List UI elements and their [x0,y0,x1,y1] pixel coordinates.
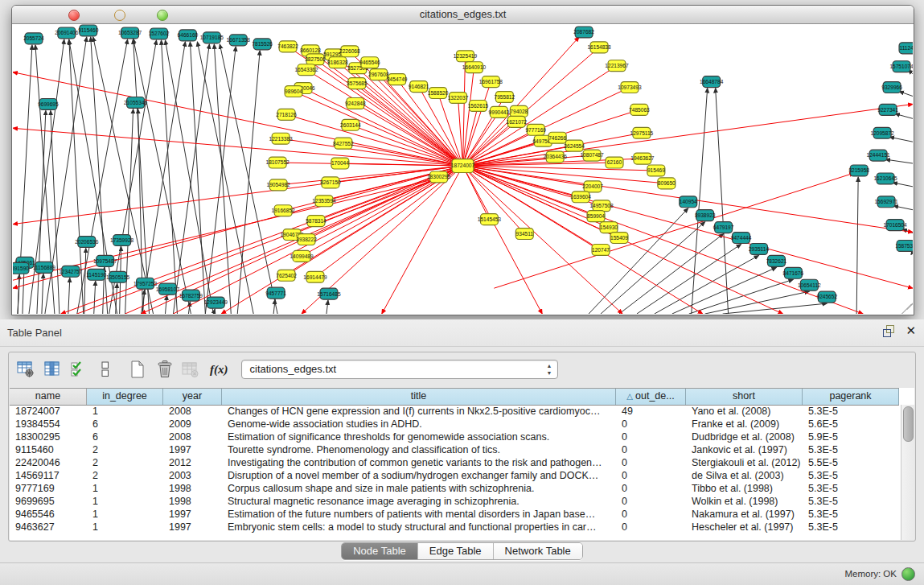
graph-node-label: 17016504 [883,222,907,228]
citation-edge [716,89,729,314]
graph-node-label: 19166852 [271,208,295,213]
cell-in_degree: 1 [87,482,163,495]
graph-node-label: 16671358 [227,37,251,43]
tab-network-table[interactable]: Network Table [494,543,582,559]
graph-node-label: 16543362 [294,67,318,72]
citation-edge [237,51,260,314]
graph-node-label: 2935114 [749,246,769,252]
graph-node-label: 10973493 [618,84,642,90]
cell-year: 2008 [163,431,222,443]
citation-edge [899,92,913,97]
table-row[interactable]: 1830029562008Estimation of significance … [10,431,901,443]
table-row[interactable]: 946554611997Estimation of the future num… [10,508,901,521]
delete-column-icon[interactable] [155,360,175,379]
graph-node-label: 154930 [600,225,618,230]
citation-edge [37,110,46,314]
close-panel-icon[interactable]: ✕ [906,325,916,336]
graph-node-label: 7955812 [495,94,515,100]
graph-node-label: 19054982 [266,182,290,187]
cell-year: 1997 [163,521,222,534]
table-row[interactable]: 2242004622012Investigating the contribut… [10,456,901,469]
column-header-short[interactable]: short [686,389,803,405]
float-window-icon[interactable] [883,325,894,336]
column-header-pagerank[interactable]: pagerank [803,389,899,405]
graph-node-label: 3827506 [305,56,326,62]
graph-node-label: 16914479 [303,274,327,280]
table-panel: Table Panel ✕ [0,319,924,562]
graph-node-label: 12213967 [605,63,629,68]
cell-pagerank: 5.3E-5 [803,469,899,482]
resize-grip-icon[interactable] [897,301,910,312]
dropdown-stepper-icon: ▲▼ [547,362,552,377]
graph-node-label: 10975487 [93,258,117,264]
graph-node-label: 10719185 [200,35,224,40]
network-canvas[interactable]: 2055724206914069115460106532871527602646… [13,24,913,314]
column-header-name[interactable]: name [10,389,87,405]
cell-title: Disruption of a novel member of a sodium… [222,469,616,482]
function-builder-icon[interactable]: f(x) [210,363,228,377]
citation-edge-red [77,179,437,314]
column-header-year[interactable]: year [163,389,222,405]
vertical-scrollbar[interactable] [901,405,914,540]
table-mode-icon[interactable] [16,360,35,379]
table-row[interactable]: 1938455462009Genome-wide association stu… [10,418,901,431]
citation-edge [889,137,913,142]
graph-node-label: 1145190 [86,272,106,278]
table-row[interactable]: 946362711997Embryonic stem cells: a mode… [10,521,901,534]
graph-node-label: 10654112 [798,282,821,288]
citation-edge-red [355,103,463,166]
new-column-icon[interactable] [128,360,147,379]
cell-pagerank: 5.3E-5 [803,405,899,418]
graph-node-label: 9242848 [345,101,366,106]
table-panel-header: Table Panel ✕ [0,319,924,347]
column-header-in_degree[interactable]: in_degree [87,389,163,405]
graph-node-label: 8427552 [333,141,354,146]
graph-node-label: 16640910 [462,64,487,70]
cell-year: 1997 [163,508,222,521]
cell-title: Estimation of significance thresholds fo… [222,431,616,443]
graph-node-label: 14957508 [589,203,614,208]
graph-node-label: 6466160 [178,32,199,38]
graph-node-label: 12325419 [454,53,478,59]
graph-node-label: 859904 [587,213,605,219]
table-row[interactable]: 1456911722003Disruption of a novel membe… [10,469,901,482]
network-window-titlebar[interactable]: citations_edges.txt [12,6,914,24]
delete-table-icon [181,360,200,379]
graph-node-label: 12353594 [312,198,336,204]
table-row[interactable]: 911546021997Tourette syndrome. Phenomeno… [10,443,901,456]
cell-out_degree: 0 [616,418,686,431]
cell-year: 2009 [163,418,222,431]
table-row[interactable]: 969969511998Structural magnetic resonanc… [10,495,901,508]
cell-in_degree: 2 [87,443,163,456]
graph-node-label: 12095872 [870,130,894,136]
graph-node-label: 9474444 [731,235,752,241]
unselect-all-icon[interactable] [96,360,115,379]
table-row[interactable]: 1872400712008Changes of HCN gene express… [10,405,901,418]
cell-short: Wolkin et al. (1998) [686,495,803,508]
graph-node-label: 16210645 [873,175,897,181]
tab-node-table[interactable]: Node Table [342,543,418,559]
graph-node-label: 794028 [510,109,528,114]
memory-status-icon[interactable] [901,567,915,581]
cell-pagerank: 5.5E-5 [803,456,899,469]
cell-out_degree: 0 [616,508,686,521]
network-desktop: citations_edges.txt 20557242069140691154… [0,0,924,319]
table-row[interactable]: 977716911998Corpus callosum shape and si… [10,482,901,495]
tab-edge-table[interactable]: Edge Table [418,543,494,559]
cell-in_degree: 1 [87,405,163,418]
show-columns-icon[interactable] [43,360,62,379]
graph-node-label: 9990443 [489,109,510,115]
cell-name: 9463627 [10,521,87,534]
cell-year: 1998 [163,482,222,495]
citation-edge [856,177,858,314]
scrollbar-thumb[interactable] [903,406,914,442]
citation-edge [84,248,86,314]
column-header-title[interactable]: title [222,389,616,405]
table-select-dropdown[interactable]: citations_edges.txt ▲▼ [241,360,558,379]
cell-year: 2003 [163,469,222,482]
citation-network-graph[interactable]: 2055724206914069115460106532871527602646… [13,24,913,314]
cell-name: 22420046 [10,456,87,469]
column-header-out_degree[interactable]: △out_de... [616,389,686,405]
select-all-icon[interactable] [69,360,88,379]
cell-short: Franke et al. (2009) [686,418,803,431]
